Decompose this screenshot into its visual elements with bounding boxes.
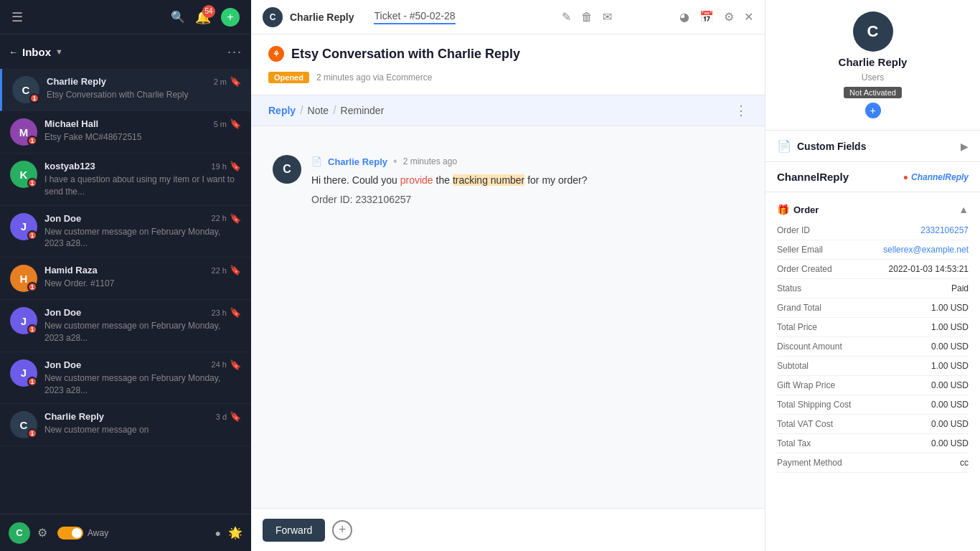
- color-palette-icon[interactable]: 🌟: [228, 526, 242, 540]
- back-arrow-icon: ←: [9, 47, 18, 57]
- add-info-button[interactable]: +: [865, 103, 881, 118]
- conversation-preview: New customer message on February Monday,…: [44, 372, 241, 397]
- conversation-time: 5 m 🔖: [214, 118, 241, 129]
- conversation-content: Michael Hall 5 m 🔖 Etsy Fake MC#48672515: [44, 118, 241, 143]
- field-value[interactable]: 2332106257: [873, 225, 969, 235]
- conversation-content: Charlie Reply 3 d 🔖 New customer message…: [44, 411, 241, 436]
- conversation-time: 22 h 🔖: [212, 265, 241, 276]
- reply-options-icon[interactable]: ⋮: [735, 103, 748, 118]
- monitor-icon[interactable]: 📅: [699, 10, 714, 24]
- header-ticket-number[interactable]: Ticket - #50-02-28: [374, 10, 455, 24]
- edit-icon[interactable]: ✎: [562, 10, 571, 24]
- conversation-item[interactable]: H1 Hamid Raza 22 h 🔖 New Order. #1107: [0, 258, 251, 300]
- channel-reply-label: ChannelReply: [777, 171, 849, 183]
- menu-icon[interactable]: ☰: [11, 9, 23, 25]
- conversation-item[interactable]: J1 Jon Doe 23 h 🔖 New customer message o…: [0, 300, 251, 352]
- delete-icon[interactable]: 🗑: [581, 11, 593, 24]
- etsy-icon: ⚘: [268, 46, 284, 62]
- field-value: 0.00 USD: [873, 438, 969, 448]
- chevron-right-icon: ▶: [961, 141, 969, 152]
- conversation-item[interactable]: M1 Michael Hall 5 m 🔖 Etsy Fake MC#48672…: [0, 111, 251, 154]
- order-field-row: Discount Amount0.00 USD: [777, 337, 969, 357]
- tab-separator: /: [300, 104, 303, 117]
- help-icon[interactable]: ●: [215, 527, 221, 539]
- unread-badge: 1: [27, 428, 37, 438]
- inbox-dropdown[interactable]: ← Inbox ▼: [9, 46, 63, 58]
- email-icon[interactable]: ✉: [603, 10, 612, 24]
- conversation-time-meta: 2 minutes ago via Ecommerce: [316, 72, 432, 83]
- conversation-item[interactable]: J1 Jon Doe 24 h 🔖 New customer message o…: [0, 352, 251, 405]
- right-panel-avatar: C: [853, 11, 893, 52]
- away-toggle[interactable]: Away: [57, 527, 108, 540]
- conversation-time: 19 h 🔖: [212, 161, 241, 171]
- away-label: Away: [88, 528, 108, 538]
- field-label: Seller Email: [777, 245, 873, 255]
- bottom-bar: Forward +: [251, 508, 765, 551]
- nav-dots-button[interactable]: ···: [227, 44, 242, 60]
- conversation-title: Etsy Conversation with Charlie Reply: [291, 47, 520, 62]
- conversation-item[interactable]: K1 kostyab123 19 h 🔖 I have a question a…: [0, 154, 251, 206]
- conversation-item[interactable]: C1 Charlie Reply 2 m 🔖 Etsy Conversation…: [0, 69, 251, 111]
- conversation-item[interactable]: C1 Charlie Reply 3 d 🔖 New customer mess…: [0, 404, 251, 446]
- message-text-part2: the: [433, 174, 453, 186]
- sidebar: ☰ 🔍 🔔 54 + ← Inbox ▼ ··· C1 Charlie: [0, 0, 251, 551]
- conversation-top: Charlie Reply 2 m 🔖: [47, 76, 241, 87]
- custom-fields-section[interactable]: 📄 Custom Fields ▶: [765, 131, 980, 162]
- conversation-name: Jon Doe: [44, 307, 81, 318]
- conversation-area: C 📄 Charlie Reply • 2 minutes ago Hi the…: [251, 126, 765, 508]
- toggle-track[interactable]: [57, 527, 83, 540]
- conversation-name: Jon Doe: [44, 213, 81, 224]
- conversation-name: Charlie Reply: [44, 411, 104, 422]
- header-actions: ✎ 🗑 ✉ ◕ 📅 ⚙ ✕: [562, 10, 753, 24]
- gear-icon[interactable]: ⚙: [724, 10, 734, 24]
- field-value[interactable]: sellerex@example.net: [873, 245, 969, 255]
- bookmark-icon: 🔖: [230, 307, 241, 318]
- conversation-meta: Opened 2 minutes ago via Ecommerce: [268, 72, 520, 83]
- chart-icon[interactable]: ◕: [679, 10, 689, 24]
- footer-right: ● 🌟: [215, 526, 242, 540]
- inbox-label: Inbox: [22, 46, 51, 58]
- order-title-group: 🎁 Order: [777, 204, 819, 215]
- user-avatar[interactable]: C: [9, 522, 30, 544]
- activation-status-badge: Not Activated: [844, 87, 902, 98]
- conversation-item[interactable]: J1 Jon Doe 22 h 🔖 New customer message o…: [0, 206, 251, 258]
- right-panel: C Charlie Reply Users Not Activated + 📄 …: [765, 0, 980, 551]
- close-icon[interactable]: ✕: [744, 10, 753, 24]
- avatar: M1: [10, 118, 37, 146]
- avatar: C1: [10, 411, 37, 438]
- conversation-preview: New customer message on February Monday,…: [44, 226, 241, 250]
- avatar: C1: [12, 76, 39, 103]
- unread-badge: 1: [27, 282, 37, 292]
- unread-badge: 1: [27, 178, 37, 188]
- order-field-row: Seller Emailsellerex@example.net: [777, 240, 969, 260]
- order-icon: 🎁: [777, 204, 789, 215]
- field-label: Status: [777, 283, 873, 293]
- bookmark-icon: 🔖: [230, 265, 241, 276]
- forward-button[interactable]: Forward: [263, 519, 325, 542]
- document-icon: 📄: [311, 156, 322, 166]
- right-panel-header: C Charlie Reply Users Not Activated +: [765, 0, 980, 131]
- tab-reminder[interactable]: Reminder: [341, 105, 385, 116]
- field-value: 0.00 USD: [873, 342, 969, 352]
- message-sender: Charlie Reply: [328, 156, 387, 167]
- unread-badge: 1: [27, 324, 37, 334]
- settings-icon[interactable]: ⚙: [37, 526, 47, 540]
- right-panel-name: Charlie Reply: [839, 56, 908, 68]
- collapse-order-icon[interactable]: ▲: [958, 204, 969, 215]
- message-time: 2 minutes ago: [403, 156, 457, 166]
- notification-button[interactable]: 🔔 54: [195, 9, 211, 25]
- sidebar-nav: ← Inbox ▼ ···: [0, 34, 251, 69]
- tab-reply[interactable]: Reply: [268, 105, 296, 116]
- search-icon[interactable]: 🔍: [171, 10, 185, 24]
- notification-badge: 54: [202, 5, 215, 18]
- add-action-button[interactable]: +: [332, 520, 352, 540]
- unread-badge: 1: [29, 93, 39, 103]
- avatar: J1: [10, 307, 37, 334]
- message-avatar: C: [273, 155, 301, 184]
- message-text-provide: provide: [400, 174, 433, 186]
- tab-note[interactable]: Note: [308, 105, 329, 116]
- conversation-top: Jon Doe 24 h 🔖: [44, 359, 241, 370]
- conversation-time: 24 h 🔖: [212, 359, 241, 370]
- add-button[interactable]: +: [221, 8, 240, 27]
- conversation-preview: New customer message on: [44, 424, 202, 436]
